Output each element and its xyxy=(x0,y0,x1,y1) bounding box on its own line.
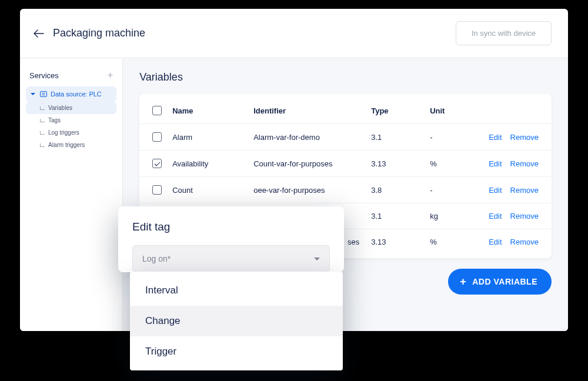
option-trigger[interactable]: Trigger xyxy=(130,336,343,367)
sidebar-item-label: Variables xyxy=(48,105,72,111)
add-variable-button[interactable]: + ADD VARIABLE xyxy=(448,269,552,295)
add-service-icon[interactable]: + xyxy=(108,70,113,81)
row-checkbox[interactable] xyxy=(152,132,162,142)
cell-unit: % xyxy=(430,159,489,168)
sidebar-source-label: Data source: PLC xyxy=(51,91,102,98)
top-bar-left: Packaging machine xyxy=(33,27,145,39)
sidebar: Services + Data source: PLC Variables Ta… xyxy=(20,58,123,331)
option-interval[interactable]: Interval xyxy=(130,275,343,306)
tree-branch-icon xyxy=(40,106,45,110)
remove-link[interactable]: Remove xyxy=(510,133,539,142)
cell-unit: - xyxy=(430,133,489,142)
sidebar-item-label: Alarm triggers xyxy=(48,142,85,148)
table-header-row: Name Identifier Type Unit xyxy=(139,98,552,123)
col-header-type: Type xyxy=(371,106,430,115)
sidebar-heading-row: Services + xyxy=(26,68,116,86)
edit-link[interactable]: Edit xyxy=(489,238,502,246)
row-checkbox[interactable] xyxy=(152,159,162,168)
cell-type: 3.8 xyxy=(371,186,430,195)
edit-link[interactable]: Edit xyxy=(489,212,502,220)
log-on-select[interactable]: Log on* xyxy=(132,245,330,272)
cell-name: Alarm xyxy=(172,133,253,142)
cell-unit: - xyxy=(430,186,489,195)
sync-status-button[interactable]: In sync with device xyxy=(456,21,552,45)
col-header-unit: Unit xyxy=(430,106,489,115)
col-header-name: Name xyxy=(172,106,253,115)
cell-type: 3.13 xyxy=(371,238,430,246)
cell-type: 3.1 xyxy=(371,133,430,142)
add-variable-label: ADD VARIABLE xyxy=(472,277,537,286)
back-arrow-icon[interactable] xyxy=(33,28,45,39)
popover-title: Edit tag xyxy=(132,220,330,233)
sidebar-item-label: Log triggers xyxy=(48,129,79,136)
remove-link[interactable]: Remove xyxy=(510,238,539,246)
data-source-icon xyxy=(40,91,47,97)
tree-branch-icon xyxy=(40,143,45,147)
cell-unit: kg xyxy=(430,212,489,220)
tree-branch-icon xyxy=(40,131,45,135)
row-checkbox[interactable] xyxy=(152,185,162,195)
edit-link[interactable]: Edit xyxy=(489,133,502,142)
chevron-down-icon xyxy=(31,93,35,95)
chevron-down-icon xyxy=(314,258,320,260)
cell-identifier: oee-var-for-purposes xyxy=(253,186,371,195)
table-row: Availability Count-var-for-purposes 3.13… xyxy=(139,150,552,176)
sidebar-heading: Services xyxy=(29,71,59,80)
edit-tag-popover: Edit tag Log on* xyxy=(118,206,344,272)
remove-link[interactable]: Remove xyxy=(510,186,539,195)
tree-branch-icon xyxy=(40,119,45,122)
sidebar-item-variables[interactable]: Variables xyxy=(26,102,116,114)
page-title: Packaging machine xyxy=(53,27,145,39)
section-title: Variables xyxy=(139,71,552,83)
option-change[interactable]: Change xyxy=(130,306,343,336)
table-row: Alarm Alarm-var-for-demo 3.1 - Edit Remo… xyxy=(139,123,552,150)
sidebar-item-label: Tags xyxy=(48,117,61,123)
cell-unit: % xyxy=(430,238,489,246)
cell-name: Availability xyxy=(172,159,253,168)
cell-type: 3.1 xyxy=(371,212,430,220)
sidebar-item-tags[interactable]: Tags xyxy=(26,114,116,126)
table-row: Count oee-var-for-purposes 3.8 - Edit Re… xyxy=(139,176,552,203)
cell-name: Count xyxy=(172,186,253,195)
sidebar-data-source[interactable]: Data source: PLC xyxy=(26,86,116,102)
col-header-identifier: Identifier xyxy=(253,106,371,115)
cell-type: 3.13 xyxy=(371,159,430,168)
top-bar: Packaging machine In sync with device xyxy=(20,9,568,58)
edit-link[interactable]: Edit xyxy=(489,159,502,168)
select-label: Log on* xyxy=(142,254,171,263)
edit-link[interactable]: Edit xyxy=(489,186,502,195)
select-all-checkbox[interactable] xyxy=(152,106,162,115)
sidebar-item-alarm-triggers[interactable]: Alarm triggers xyxy=(26,139,116,151)
remove-link[interactable]: Remove xyxy=(510,212,539,220)
cell-identifier: Count-var-for-purposes xyxy=(253,159,371,168)
sidebar-item-log-triggers[interactable]: Log triggers xyxy=(26,126,116,139)
remove-link[interactable]: Remove xyxy=(510,159,539,168)
cell-identifier: Alarm-var-for-demo xyxy=(253,133,371,142)
log-on-dropdown: Interval Change Trigger xyxy=(130,272,343,370)
plus-icon: + xyxy=(460,278,466,286)
